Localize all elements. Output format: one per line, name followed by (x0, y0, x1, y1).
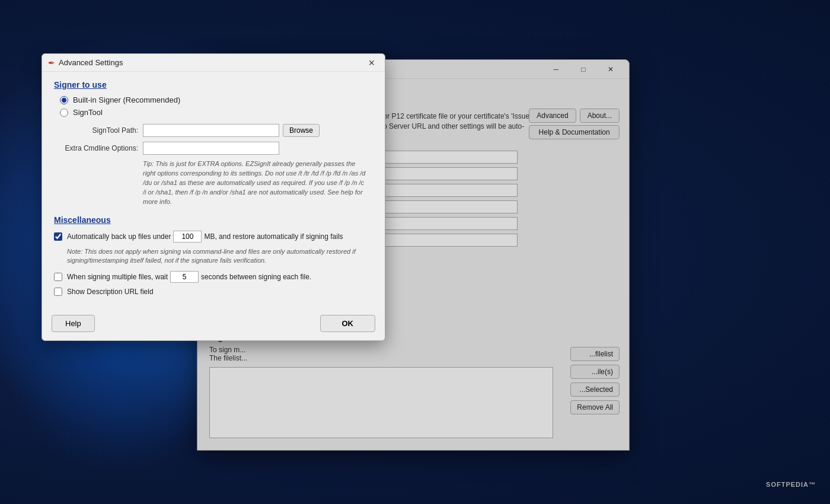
wait-signing-label-post: seconds between signing each file. (201, 273, 311, 281)
auto-backup-size-input[interactable] (173, 231, 202, 243)
misc-section-header: Miscellaneous (54, 215, 373, 225)
dialog-title-text: Advanced Settings (59, 58, 365, 67)
signtool-path-row: SignTool Path: Browse (54, 124, 373, 137)
signtool-path-label: SignTool Path: (54, 126, 143, 135)
dialog-title-icon: ✒ (48, 58, 55, 68)
auto-backup-row: Automatically back up files under MB, an… (54, 231, 373, 243)
show-desc-url-checkbox[interactable] (54, 288, 62, 296)
extra-cmdline-input[interactable] (143, 142, 279, 155)
dialog-titlebar: ✒ Advanced Settings ✕ (42, 54, 385, 72)
show-desc-url-label: Show Description URL field (67, 288, 154, 296)
auto-backup-label-post: MB, and restore automatically if signing… (204, 232, 343, 241)
built-in-signer-row: Built-in Signer (Recommended) (60, 95, 373, 104)
dialog-footer: Help OK (42, 310, 385, 340)
dialog-overlay: ✒ Advanced Settings ✕ Signer to use Buil… (0, 0, 830, 504)
dialog-help-button[interactable]: Help (52, 315, 95, 332)
show-desc-url-row: Show Description URL field (54, 288, 373, 296)
advanced-settings-dialog: ✒ Advanced Settings ✕ Signer to use Buil… (42, 53, 385, 341)
wait-signing-seconds-input[interactable] (170, 271, 199, 283)
dialog-close-button[interactable]: ✕ (365, 56, 379, 70)
browse-button[interactable]: Browse (283, 124, 320, 137)
auto-backup-label-pre: Automatically back up files under (67, 232, 171, 241)
built-in-signer-radio[interactable] (60, 96, 68, 104)
signtool-radio[interactable] (60, 109, 68, 117)
signer-radio-group: Built-in Signer (Recommended) SignTool (54, 95, 373, 117)
wait-signing-label-pre: When signing multiple files, wait (67, 273, 168, 281)
built-in-signer-label: Built-in Signer (Recommended) (73, 95, 180, 104)
wait-signing-row: When signing multiple files, wait second… (54, 271, 373, 283)
wait-signing-label: When signing multiple files, wait second… (67, 271, 311, 283)
extra-cmdline-label: Extra Cmdline Options: (54, 144, 143, 152)
signtool-label: SignTool (73, 108, 103, 117)
dialog-ok-button[interactable]: OK (320, 315, 376, 332)
signtool-path-input[interactable] (143, 124, 279, 137)
dialog-body: Signer to use Built-in Signer (Recommend… (42, 72, 385, 310)
tip-text: Tip: This is just for EXTRA options. EZS… (143, 160, 368, 207)
signtool-row: SignTool (60, 108, 373, 117)
signer-section-header: Signer to use (54, 80, 373, 90)
auto-backup-note: Note: This does not apply when signing v… (67, 247, 363, 266)
misc-section: Miscellaneous Automatically back up file… (54, 215, 373, 296)
auto-backup-checkbox[interactable] (54, 232, 62, 241)
extra-cmdline-row: Extra Cmdline Options: (54, 142, 373, 155)
wait-signing-checkbox[interactable] (54, 273, 62, 281)
auto-backup-label: Automatically back up files under MB, an… (67, 231, 343, 243)
